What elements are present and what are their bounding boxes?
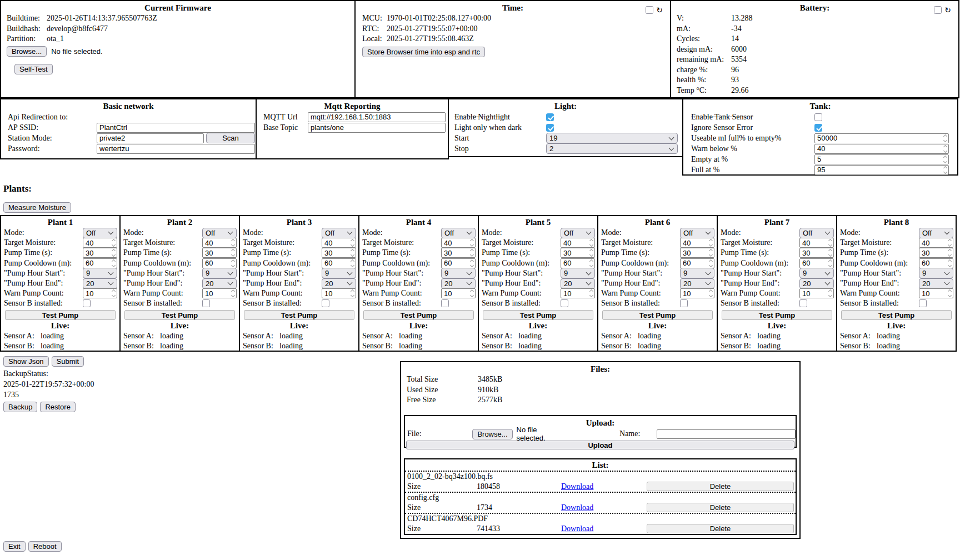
plant-cooldown-input[interactable] <box>919 258 953 268</box>
spinner-icon[interactable] <box>829 249 832 256</box>
restore-button[interactable]: Restore <box>40 402 76 412</box>
tank-number-input[interactable] <box>814 165 949 175</box>
tank-field-input[interactable] <box>814 165 949 175</box>
battery-auto-refresh-checkbox[interactable] <box>934 6 942 14</box>
measure-moisture-button[interactable]: Measure Moisture <box>3 202 71 213</box>
spinner-icon[interactable] <box>944 146 947 152</box>
plant-warn-input[interactable] <box>441 288 476 298</box>
plant-target-input[interactable] <box>799 238 834 248</box>
spinner-icon[interactable] <box>944 135 947 142</box>
plant-hour-end-select[interactable]: 20 <box>919 278 953 289</box>
delete-button[interactable]: Delete <box>647 482 794 491</box>
plant-sensor-b-checkbox[interactable] <box>441 299 449 307</box>
plant-cooldown-input[interactable] <box>799 258 834 268</box>
plant-pump-time-input[interactable] <box>83 248 117 258</box>
plant-hour-start-select[interactable]: 9 <box>441 268 476 278</box>
spinner-icon[interactable] <box>709 290 712 297</box>
plant-warn-input[interactable] <box>561 288 595 298</box>
spinner-icon[interactable] <box>351 249 354 256</box>
reboot-button[interactable]: Reboot <box>28 541 62 552</box>
spinner-icon[interactable] <box>351 260 354 267</box>
plant-pump-time-input[interactable] <box>322 248 356 258</box>
ap-ssid-input[interactable] <box>97 123 255 133</box>
plant-cooldown-input[interactable] <box>83 258 117 268</box>
test-pump-button[interactable]: Test Pump <box>5 310 116 320</box>
plant-target-input[interactable] <box>322 238 356 248</box>
upload-name-input[interactable] <box>657 429 796 439</box>
spinner-icon[interactable] <box>232 249 234 256</box>
test-pump-button[interactable]: Test Pump <box>722 310 832 320</box>
password-input[interactable] <box>97 144 255 154</box>
spinner-icon[interactable] <box>590 290 593 297</box>
plant-target-input[interactable] <box>202 238 237 248</box>
spinner-icon[interactable] <box>948 260 951 267</box>
plant-target-input[interactable] <box>561 238 595 248</box>
spinner-icon[interactable] <box>112 260 115 267</box>
spinner-icon[interactable] <box>709 239 712 246</box>
spinner-icon[interactable] <box>351 290 354 297</box>
test-pump-button[interactable]: Test Pump <box>841 310 952 320</box>
spinner-icon[interactable] <box>948 290 951 297</box>
spinner-icon[interactable] <box>112 239 115 246</box>
spinner-icon[interactable] <box>829 260 832 267</box>
plant-hour-end-select[interactable]: 20 <box>680 278 714 289</box>
exit-button[interactable]: Exit <box>3 541 26 552</box>
plant-pump-time-input[interactable] <box>561 248 595 258</box>
plant-warn-input[interactable] <box>322 288 356 298</box>
plant-mode-select[interactable]: Off <box>322 228 356 238</box>
tank-field-input[interactable] <box>814 133 949 143</box>
plant-hour-start-select[interactable]: 9 <box>202 268 237 278</box>
tank-number-input[interactable] <box>814 133 949 143</box>
tank-enable-checkbox[interactable] <box>814 113 822 121</box>
spinner-icon[interactable] <box>232 239 234 246</box>
plant-mode-select[interactable]: Off <box>202 228 237 238</box>
plant-hour-end-select[interactable]: 20 <box>322 278 356 289</box>
plant-hour-end-select[interactable]: 20 <box>799 278 834 289</box>
spinner-icon[interactable] <box>471 249 473 256</box>
plant-cooldown-input[interactable] <box>441 258 476 268</box>
delete-button[interactable]: Delete <box>647 503 794 512</box>
light-stop-select[interactable]: 2 <box>546 143 678 154</box>
upload-button[interactable]: Upload <box>406 441 794 449</box>
plant-sensor-b-checkbox[interactable] <box>202 299 210 307</box>
plant-mode-select[interactable]: Off <box>83 228 117 238</box>
tank-field-input[interactable] <box>814 154 949 164</box>
spinner-icon[interactable] <box>232 290 234 297</box>
plant-hour-start-select[interactable]: 9 <box>561 268 595 278</box>
base-topic-input[interactable] <box>308 123 446 133</box>
plant-sensor-b-checkbox[interactable] <box>799 299 807 307</box>
spinner-icon[interactable] <box>590 260 593 267</box>
plant-sensor-b-checkbox[interactable] <box>919 299 927 307</box>
plant-pump-time-input[interactable] <box>919 248 953 258</box>
plant-pump-time-input[interactable] <box>441 248 476 258</box>
test-pump-button[interactable]: Test Pump <box>124 310 235 320</box>
submit-button[interactable]: Submit <box>52 356 84 367</box>
only-dark-checkbox[interactable] <box>546 124 554 132</box>
plant-pump-time-input[interactable] <box>799 248 834 258</box>
plant-hour-start-select[interactable]: 9 <box>680 268 714 278</box>
spinner-icon[interactable] <box>232 260 234 267</box>
spinner-icon[interactable] <box>944 167 947 173</box>
spinner-icon[interactable] <box>471 239 473 246</box>
refresh-icon[interactable]: ↻ <box>656 6 663 14</box>
spinner-icon[interactable] <box>709 249 712 256</box>
plant-mode-select[interactable]: Off <box>561 228 595 238</box>
spinner-icon[interactable] <box>471 290 473 297</box>
backup-button[interactable]: Backup <box>3 402 37 412</box>
plant-mode-select[interactable]: Off <box>680 228 714 238</box>
plant-cooldown-input[interactable] <box>680 258 714 268</box>
spinner-icon[interactable] <box>948 239 951 246</box>
plant-target-input[interactable] <box>919 238 953 248</box>
spinner-icon[interactable] <box>351 239 354 246</box>
store-browser-time-button[interactable]: Store Browser time into esp and rtc <box>362 47 485 57</box>
plant-hour-start-select[interactable]: 9 <box>322 268 356 278</box>
plant-target-input[interactable] <box>680 238 714 248</box>
firmware-browse-button[interactable]: Browse... <box>7 46 47 57</box>
test-pump-button[interactable]: Test Pump <box>363 310 474 320</box>
spinner-icon[interactable] <box>471 260 473 267</box>
plant-warn-input[interactable] <box>919 288 953 298</box>
plant-sensor-b-checkbox[interactable] <box>561 299 568 307</box>
spinner-icon[interactable] <box>590 249 593 256</box>
nightlight-checkbox[interactable] <box>546 113 554 121</box>
upload-browse-button[interactable]: Browse... <box>472 429 512 439</box>
